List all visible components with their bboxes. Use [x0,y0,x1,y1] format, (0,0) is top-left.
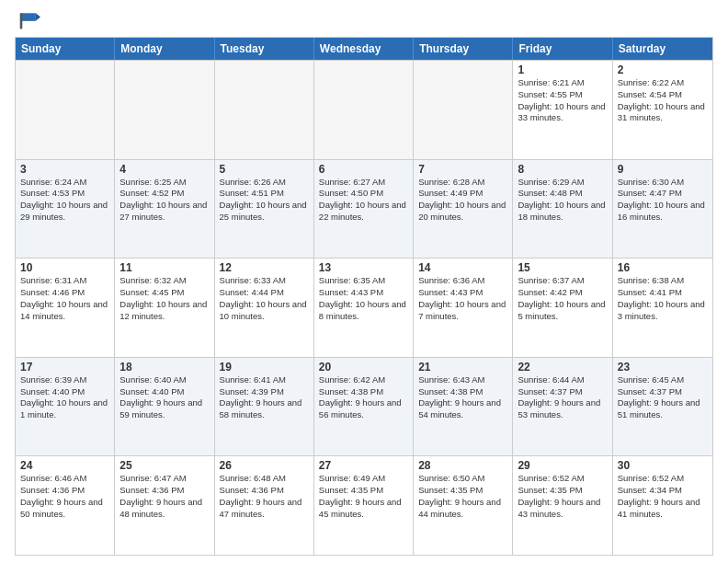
cal-cell: 8Sunrise: 6:29 AM Sunset: 4:48 PM Daylig… [513,160,612,259]
day-info: Sunrise: 6:52 AM Sunset: 4:34 PM Dayligh… [618,473,708,520]
day-info: Sunrise: 6:47 AM Sunset: 4:36 PM Dayligh… [119,473,209,520]
cal-cell: 7Sunrise: 6:28 AM Sunset: 4:49 PM Daylig… [414,160,513,259]
logo-text [15,11,42,29]
day-number: 15 [518,261,607,274]
day-number: 6 [319,163,408,176]
day-number: 7 [418,163,507,176]
day-info: Sunrise: 6:45 AM Sunset: 4:37 PM Dayligh… [618,374,708,421]
page: SundayMondayTuesdayWednesdayThursdayFrid… [0,0,728,563]
day-number: 8 [518,163,607,176]
day-number: 28 [418,459,507,472]
day-info: Sunrise: 6:48 AM Sunset: 4:36 PM Dayligh… [220,473,309,520]
day-number: 14 [418,261,507,274]
day-info: Sunrise: 6:36 AM Sunset: 4:43 PM Dayligh… [418,275,507,322]
cal-cell: 6Sunrise: 6:27 AM Sunset: 4:50 PM Daylig… [314,160,414,259]
day-info: Sunrise: 6:38 AM Sunset: 4:41 PM Dayligh… [618,275,708,322]
day-info: Sunrise: 6:26 AM Sunset: 4:51 PM Dayligh… [220,177,309,224]
day-info: Sunrise: 6:28 AM Sunset: 4:49 PM Dayligh… [418,177,507,224]
cal-header-cell: Wednesday [314,38,414,60]
cal-cell-empty [115,61,214,159]
day-info: Sunrise: 6:29 AM Sunset: 4:48 PM Dayligh… [518,177,607,224]
cal-cell-empty [16,61,115,159]
day-number: 26 [220,459,309,472]
logo-icon [18,11,40,29]
day-number: 23 [618,361,708,373]
cal-cell: 11Sunrise: 6:32 AM Sunset: 4:45 PM Dayli… [115,259,214,357]
day-number: 1 [518,63,607,76]
cal-week: 1Sunrise: 6:21 AM Sunset: 4:55 PM Daylig… [16,60,712,159]
svg-marker-0 [21,13,35,21]
cal-week: 17Sunrise: 6:39 AM Sunset: 4:40 PM Dayli… [16,357,712,456]
svg-rect-2 [20,13,23,29]
cal-cell: 25Sunrise: 6:47 AM Sunset: 4:36 PM Dayli… [115,456,214,555]
cal-cell: 23Sunrise: 6:45 AM Sunset: 4:37 PM Dayli… [613,358,712,456]
day-info: Sunrise: 6:21 AM Sunset: 4:55 PM Dayligh… [518,77,607,124]
day-number: 20 [319,361,408,373]
day-info: Sunrise: 6:46 AM Sunset: 4:36 PM Dayligh… [20,473,109,520]
day-info: Sunrise: 6:35 AM Sunset: 4:43 PM Dayligh… [319,275,408,322]
day-info: Sunrise: 6:32 AM Sunset: 4:45 PM Dayligh… [119,275,209,322]
day-number: 2 [618,63,708,76]
cal-cell-empty [314,61,414,159]
day-info: Sunrise: 6:25 AM Sunset: 4:52 PM Dayligh… [119,177,209,224]
cal-cell: 20Sunrise: 6:42 AM Sunset: 4:38 PM Dayli… [314,358,414,456]
cal-cell: 13Sunrise: 6:35 AM Sunset: 4:43 PM Dayli… [314,259,414,357]
day-number: 13 [319,261,408,274]
cal-cell: 24Sunrise: 6:46 AM Sunset: 4:36 PM Dayli… [16,456,115,555]
day-info: Sunrise: 6:41 AM Sunset: 4:39 PM Dayligh… [220,374,309,421]
day-number: 5 [220,163,309,176]
day-number: 12 [220,261,309,274]
cal-cell: 29Sunrise: 6:52 AM Sunset: 4:35 PM Dayli… [513,456,612,555]
day-number: 11 [119,261,209,274]
day-number: 4 [119,163,209,176]
day-number: 30 [618,459,708,472]
cal-week: 3Sunrise: 6:24 AM Sunset: 4:53 PM Daylig… [16,159,712,259]
cal-cell: 18Sunrise: 6:40 AM Sunset: 4:40 PM Dayli… [115,358,214,456]
cal-cell: 27Sunrise: 6:49 AM Sunset: 4:35 PM Dayli… [314,456,414,555]
cal-cell: 30Sunrise: 6:52 AM Sunset: 4:34 PM Dayli… [613,456,712,555]
day-info: Sunrise: 6:52 AM Sunset: 4:35 PM Dayligh… [518,473,607,520]
day-info: Sunrise: 6:49 AM Sunset: 4:35 PM Dayligh… [319,473,408,520]
cal-cell: 14Sunrise: 6:36 AM Sunset: 4:43 PM Dayli… [414,259,513,357]
day-number: 10 [20,261,109,274]
cal-cell: 4Sunrise: 6:25 AM Sunset: 4:52 PM Daylig… [115,160,214,259]
day-number: 24 [20,459,109,472]
logo-area [15,11,42,29]
cal-header-cell: Monday [115,38,214,60]
day-info: Sunrise: 6:37 AM Sunset: 4:42 PM Dayligh… [518,275,607,322]
day-info: Sunrise: 6:33 AM Sunset: 4:44 PM Dayligh… [220,275,309,322]
cal-cell: 19Sunrise: 6:41 AM Sunset: 4:39 PM Dayli… [215,358,314,456]
day-info: Sunrise: 6:27 AM Sunset: 4:50 PM Dayligh… [319,177,408,224]
cal-cell-empty [215,61,314,159]
day-info: Sunrise: 6:24 AM Sunset: 4:53 PM Dayligh… [20,177,109,224]
day-number: 16 [618,261,708,274]
cal-week: 24Sunrise: 6:46 AM Sunset: 4:36 PM Dayli… [16,455,712,555]
cal-cell: 2Sunrise: 6:22 AM Sunset: 4:54 PM Daylig… [613,61,712,159]
cal-week: 10Sunrise: 6:31 AM Sunset: 4:46 PM Dayli… [16,258,712,357]
day-info: Sunrise: 6:43 AM Sunset: 4:38 PM Dayligh… [418,374,507,421]
day-info: Sunrise: 6:44 AM Sunset: 4:37 PM Dayligh… [518,374,607,421]
cal-header-cell: Saturday [613,38,712,60]
cal-header-cell: Tuesday [215,38,314,60]
cal-cell: 5Sunrise: 6:26 AM Sunset: 4:51 PM Daylig… [215,160,314,259]
cal-cell: 3Sunrise: 6:24 AM Sunset: 4:53 PM Daylig… [16,160,115,259]
cal-cell: 28Sunrise: 6:50 AM Sunset: 4:35 PM Dayli… [414,456,513,555]
cal-header-cell: Sunday [16,38,115,60]
cal-header-cell: Friday [513,38,612,60]
day-number: 19 [220,361,309,373]
day-info: Sunrise: 6:31 AM Sunset: 4:46 PM Dayligh… [20,275,109,322]
day-info: Sunrise: 6:39 AM Sunset: 4:40 PM Dayligh… [20,374,109,421]
day-number: 25 [119,459,209,472]
day-number: 22 [518,361,607,373]
day-number: 27 [319,459,408,472]
day-info: Sunrise: 6:30 AM Sunset: 4:47 PM Dayligh… [618,177,708,224]
cal-cell-empty [414,61,513,159]
cal-cell: 1Sunrise: 6:21 AM Sunset: 4:55 PM Daylig… [513,61,612,159]
day-info: Sunrise: 6:22 AM Sunset: 4:54 PM Dayligh… [618,77,708,124]
cal-cell: 15Sunrise: 6:37 AM Sunset: 4:42 PM Dayli… [513,259,612,357]
day-number: 9 [618,163,708,176]
cal-cell: 12Sunrise: 6:33 AM Sunset: 4:44 PM Dayli… [215,259,314,357]
day-number: 3 [20,163,109,176]
cal-header-cell: Thursday [414,38,513,60]
day-number: 21 [418,361,507,373]
